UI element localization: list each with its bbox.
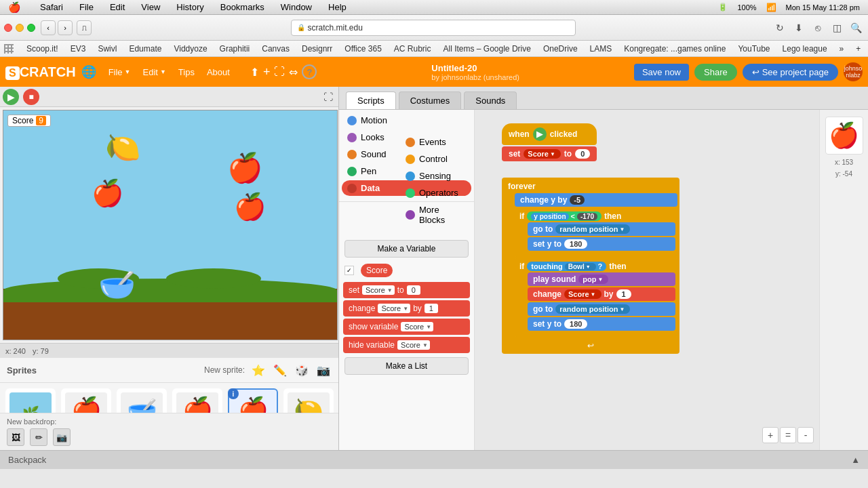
- tab-costumes[interactable]: Costumes: [399, 92, 462, 109]
- category-sensing[interactable]: Sensing: [400, 168, 471, 184]
- download-button[interactable]: ⬇: [791, 20, 807, 36]
- if-y-position-block[interactable]: if y position < -170 then: [515, 208, 677, 257]
- scripts-area[interactable]: when ▶ clicked set Score ▼ to 0: [475, 110, 868, 450]
- set-score-block[interactable]: set Score to 0: [343, 282, 470, 298]
- backpack-bar[interactable]: Backpack ▲: [0, 450, 868, 469]
- help-button[interactable]: ?: [302, 64, 317, 79]
- neg170-val[interactable]: -170: [577, 213, 597, 220]
- maximize-button[interactable]: [27, 24, 35, 32]
- safari-menu[interactable]: Safari: [37, 2, 66, 12]
- apple-menu[interactable]: 🍎: [5, 1, 24, 14]
- bookmark-scoopIt[interactable]: Scoop.it!: [24, 43, 60, 54]
- backdrop-paint-button[interactable]: ✏: [30, 428, 47, 446]
- show-var-dropdown[interactable]: Score: [401, 322, 433, 331]
- tab-scripts[interactable]: Scripts: [346, 92, 396, 109]
- stage-apple-yellow[interactable]: 🍋: [105, 131, 140, 164]
- edit-menu[interactable]: Edit: [107, 2, 127, 12]
- back-button[interactable]: ‹: [41, 20, 56, 35]
- file-nav-item[interactable]: File ▼: [103, 64, 136, 80]
- category-events[interactable]: Events: [400, 134, 471, 150]
- close-button[interactable]: [4, 24, 12, 32]
- share-ext-button[interactable]: ⎋: [810, 20, 826, 36]
- address-bar[interactable]: 🔒 scratch.mit.edu: [291, 20, 576, 36]
- set-y-to-180-block1[interactable]: set y to 180: [528, 237, 675, 251]
- set-y-to-180-block2[interactable]: set y to 180: [528, 317, 675, 331]
- tips-nav-item[interactable]: Tips: [173, 64, 200, 80]
- category-more-blocks[interactable]: More Blocks: [400, 202, 471, 228]
- bookmark-edumate[interactable]: Edumate: [127, 43, 163, 54]
- set-score-var-dropdown[interactable]: Score: [362, 285, 395, 295]
- bookmark-acrubric[interactable]: AC Rubric: [392, 43, 433, 54]
- bookmark-ev3[interactable]: EV3: [68, 43, 88, 54]
- go-to-random-block2[interactable]: go to random position ▼: [528, 302, 675, 316]
- bookmark-viddyoze[interactable]: Viddyoze: [172, 43, 209, 54]
- forward-button[interactable]: ›: [58, 20, 73, 35]
- score-var-block[interactable]: Score: [361, 264, 393, 277]
- 180-input1[interactable]: 180: [564, 239, 587, 249]
- sprite-item-apple3[interactable]: i 🍎 Apple3: [228, 388, 278, 413]
- set-score-value-input[interactable]: 0: [407, 285, 420, 295]
- surprise-sprite-button[interactable]: 🎲: [294, 362, 310, 378]
- zero-input[interactable]: 0: [575, 149, 590, 159]
- sidebar-toggle-button[interactable]: ◫: [829, 20, 845, 36]
- bookmark-onedrive[interactable]: OneDrive: [541, 43, 580, 54]
- bookmark-designrr[interactable]: Designrr: [300, 43, 334, 54]
- add-bookmark-button[interactable]: +: [854, 43, 863, 54]
- search-button[interactable]: 🔍: [848, 20, 864, 36]
- change-y-by-block[interactable]: change y by -5: [515, 193, 677, 207]
- stage-apple-red2[interactable]: 🍎: [227, 151, 262, 184]
- zoom-reset-button[interactable]: =: [780, 427, 796, 443]
- scratch-logo[interactable]: SCRATCH: [5, 64, 76, 80]
- add-sprite-from-library-button[interactable]: ⭐: [250, 362, 267, 378]
- category-motion[interactable]: Motion: [342, 113, 471, 128]
- help-menu[interactable]: Help: [326, 2, 349, 12]
- project-name[interactable]: Untitled-20: [431, 63, 519, 73]
- paint-sprite-button[interactable]: ✏️: [272, 362, 288, 378]
- sprite-item-stage[interactable]: 🌿 Stage 2 backdrops: [5, 388, 56, 413]
- category-operators[interactable]: Operators: [400, 185, 471, 201]
- save-now-button[interactable]: Save now: [634, 64, 689, 81]
- category-control[interactable]: Control: [400, 151, 471, 167]
- sprite-item-apple2[interactable]: 🍎 Apple2: [172, 388, 222, 413]
- bookmark-kongregate[interactable]: Kongregate: ...games online: [622, 43, 728, 54]
- file-menu[interactable]: File: [77, 2, 96, 12]
- forever-block[interactable]: forever change y by -5: [502, 178, 679, 354]
- view-menu[interactable]: View: [138, 2, 163, 12]
- fullscreen-stage-button[interactable]: ⛶: [321, 89, 336, 104]
- bookmark-youtube[interactable]: YouTube: [736, 43, 772, 54]
- sprite-item-bowl[interactable]: 🥣 Bowl: [117, 388, 167, 413]
- sprite-item-apple[interactable]: 🍎 Apple: [61, 388, 111, 413]
- apps-grid-icon[interactable]: [4, 44, 14, 54]
- upload-icon[interactable]: ⬆: [250, 66, 259, 79]
- zoom-out-button[interactable]: -: [797, 427, 814, 443]
- green-flag-button[interactable]: ▶: [3, 89, 19, 105]
- neg5-input[interactable]: -5: [570, 195, 585, 205]
- minimize-button[interactable]: [16, 24, 24, 32]
- stage-apple-red3[interactable]: 🍎: [234, 192, 266, 222]
- change-score-var-dropdown[interactable]: Score: [378, 304, 410, 313]
- reload-button[interactable]: ↻: [772, 20, 788, 36]
- make-variable-button[interactable]: Make a Variable: [344, 240, 469, 258]
- zoom-in-button[interactable]: +: [762, 427, 778, 443]
- stage-bowl[interactable]: 🥣: [98, 267, 136, 302]
- bookmark-office365[interactable]: Office 365: [342, 43, 383, 54]
- see-project-button[interactable]: ↩ See project page: [743, 64, 838, 81]
- bookmark-graphitii[interactable]: Graphitii: [218, 43, 252, 54]
- tab-sounds[interactable]: Sounds: [464, 92, 517, 109]
- share-button[interactable]: ⎍: [77, 20, 92, 35]
- bowl-dropdown[interactable]: Bowl ▼: [565, 263, 596, 270]
- history-menu[interactable]: History: [174, 2, 206, 12]
- share-button[interactable]: Share: [694, 64, 737, 81]
- score-checkbox[interactable]: ✓: [344, 266, 354, 275]
- user-avatar[interactable]: johnsonlabz: [844, 62, 863, 81]
- edit-nav-item[interactable]: Edit ▼: [138, 64, 172, 80]
- bookmark-more[interactable]: »: [837, 43, 846, 54]
- flip-icon[interactable]: ⇔: [289, 66, 298, 79]
- pop-dropdown[interactable]: pop ▼: [578, 274, 608, 284]
- language-selector[interactable]: 🌐: [81, 64, 96, 79]
- backdrop-upload-button[interactable]: 📷: [53, 428, 71, 446]
- 180-input2[interactable]: 180: [564, 319, 587, 329]
- hide-variable-block[interactable]: hide variable Score: [343, 337, 470, 353]
- bookmark-canvas[interactable]: Canvas: [260, 43, 292, 54]
- bookmark-legoleague[interactable]: Lego league: [781, 43, 829, 54]
